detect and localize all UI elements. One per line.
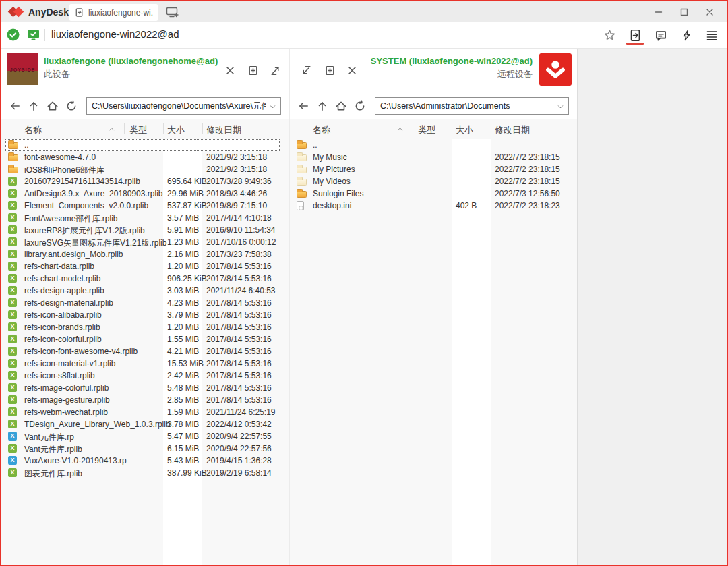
path-combobox[interactable]: C:\Users\Administrator\Documents (375, 97, 569, 115)
column-separator (452, 123, 452, 134)
table-row[interactable]: Vant元件库.rplib6.15 MiB2020/9/4 22:57:56 (5, 443, 280, 455)
column-header-type[interactable]: 类型 (129, 124, 147, 136)
table-row[interactable]: TDesign_Axure_Library_Web_1.0.3.rplib3.7… (5, 418, 280, 430)
back-icon[interactable] (8, 99, 22, 113)
column-header-name[interactable]: 名称 (313, 124, 330, 136)
table-row[interactable]: FontAwesome部件库.rplib3.57 MiB2017/4/14 4:… (5, 212, 280, 224)
table-row[interactable]: refs-design-apple.rplib3.03 MiB2021/11/2… (5, 285, 280, 297)
rplib-icon (8, 225, 17, 234)
table-row[interactable]: My Videos2022/7/2 23:18:15 (294, 175, 568, 188)
close-panel-icon[interactable] (346, 64, 358, 76)
table-row[interactable]: iOS8和iPhone6部件库2021/9/2 3:15:18 (5, 163, 280, 175)
column-header-date[interactable]: 修改日期 (495, 124, 530, 136)
file-name: refs-chart-model.rplib (24, 274, 100, 283)
table-row[interactable]: refs-webm-wechat.rplib1.59 MiB2021/11/24… (5, 406, 280, 418)
session-tab-label: liuxiaofengone-wi... (88, 8, 153, 18)
up-icon[interactable] (27, 99, 40, 113)
rplib-icon (8, 298, 17, 307)
table-row[interactable]: refs-image-colorful.rplib5.48 MiB2017/8/… (5, 382, 280, 394)
table-row[interactable]: Vant元件库.rp5.47 MiB2020/9/4 22:57:55 (5, 430, 280, 443)
file-date: 2017/8/14 5:53:16 (206, 335, 272, 344)
local-panel: JOYSIDE liuxiaofengone (liuxiaofengoneho… (1, 49, 289, 565)
table-row[interactable]: .. (5, 139, 280, 151)
file-name: refs-webm-wechat.rplib (24, 407, 108, 417)
table-row[interactable]: refs-icon-material-v1.rplib15.53 MiB2017… (5, 358, 280, 370)
table-row[interactable]: refs-icon-colorful.rplib1.55 MiB2017/8/1… (5, 333, 280, 345)
remote-nav-bar: C:\Users\Administrator\Documents (290, 91, 577, 119)
local-panel-header: JOYSIDE liuxiaofengone (liuxiaofengoneho… (1, 49, 289, 90)
back-icon[interactable] (297, 99, 310, 113)
table-row[interactable]: refs-design-material.rplib4.23 MiB2017/8… (5, 297, 280, 309)
file-name: Sunlogin Files (313, 189, 363, 198)
close-panel-icon[interactable] (224, 64, 236, 76)
path-text: C:\Users\Administrator\Documents (380, 101, 510, 111)
upload-arrow-icon[interactable] (269, 64, 281, 76)
table-row[interactable]: font-awesome-4.7.02021/9/2 3:15:18 (5, 151, 280, 163)
favorites-star-icon[interactable] (601, 26, 617, 46)
chat-icon[interactable] (653, 26, 669, 46)
new-folder-icon[interactable] (247, 64, 259, 76)
table-row[interactable]: laxureRP8扩展元件库V1.2版.rplib5.91 MiB2016/9/… (5, 224, 280, 236)
menu-hamburger-icon[interactable] (704, 26, 720, 46)
table-row[interactable]: My Music2022/7/2 23:18:15 (294, 151, 568, 163)
folder-faded-icon (297, 154, 307, 161)
column-separator (124, 123, 125, 134)
file-name: refs-design-apple.rplib (24, 286, 104, 295)
new-folder-icon[interactable] (324, 64, 336, 76)
file-date: 2017/8/14 5:53:16 (206, 347, 272, 356)
rplib-icon (8, 444, 17, 453)
table-row[interactable]: .. (294, 139, 568, 151)
column-header-type[interactable]: 类型 (418, 124, 435, 136)
home-icon[interactable] (334, 99, 348, 113)
table-row[interactable]: My Pictures2022/7/2 23:18:15 (294, 163, 568, 175)
table-row[interactable]: refs-icon-brands.rplib1.20 MiB2017/8/14 … (5, 321, 280, 333)
table-row[interactable]: refs-icon-s8flat.rplib2.42 MiB2017/8/14 … (5, 370, 280, 382)
column-header-size[interactable]: 大小 (167, 124, 185, 136)
download-arrow-icon[interactable] (300, 64, 312, 76)
session-tab[interactable]: liuxiaofengone-wi... (69, 4, 158, 21)
table-row[interactable]: refs-chart-data.rplib1.20 MiB2017/8/14 5… (5, 260, 280, 273)
maximize-button[interactable] (671, 1, 697, 22)
file-name: refs-image-colorful.rplib (24, 383, 109, 393)
table-row[interactable]: 2016072915471611343514.rplib695.64 KiB20… (5, 175, 280, 188)
local-rows: ..font-awesome-4.7.02021/9/2 3:15:18iOS8… (1, 139, 289, 479)
file-size: 2.16 MiB (167, 250, 199, 259)
path-combobox[interactable]: C:\Users\liuxiaofengone\Documents\Axure\… (86, 97, 281, 115)
table-row[interactable]: desktop.ini402 B2022/7/2 23:18:23 (294, 200, 568, 212)
remote-desktop-tab-icon[interactable] (27, 29, 40, 41)
up-icon[interactable] (315, 99, 329, 113)
column-header-size[interactable]: 大小 (456, 124, 473, 136)
home-icon[interactable] (46, 99, 59, 113)
chevron-down-icon (557, 103, 564, 111)
file-date: 2017/8/14 5:53:16 (206, 262, 272, 271)
table-row[interactable]: Element_Components_v2.0.0.rplib537.87 Ki… (5, 200, 280, 212)
folder-icon (297, 191, 307, 198)
table-row[interactable]: laxureSVG矢量图标元件库V1.21版.rplib1.23 MiB2017… (5, 236, 280, 248)
table-row[interactable]: VuxAxure-V1.0-20190413.rp5.43 MiB2019/4/… (5, 455, 280, 467)
file-date: 2018/9/3 4:46:26 (206, 189, 267, 198)
minimize-button[interactable] (646, 1, 671, 22)
new-session-icon[interactable] (166, 6, 179, 18)
file-date: 2022/7/2 23:18:15 (495, 152, 560, 162)
close-button[interactable] (697, 1, 723, 22)
table-row[interactable]: Sunlogin Files2022/7/3 12:56:50 (294, 188, 568, 200)
refresh-icon[interactable] (65, 99, 78, 113)
table-row[interactable]: refs-chart-model.rplib906.25 KiB2017/8/1… (5, 273, 280, 285)
table-row[interactable]: 图表元件库.rplib387.99 KiB2019/2/19 6:58:14 (5, 467, 280, 479)
column-separator (413, 123, 413, 134)
file-date: 2017/4/14 4:10:18 (206, 213, 272, 223)
file-name: Element_Components_v2.0.0.rplib (24, 201, 148, 210)
file-size: 3.57 MiB (167, 213, 199, 223)
table-row[interactable]: library.ant.design_Mob.rplib2.16 MiB2017… (5, 248, 280, 260)
refresh-icon[interactable] (353, 99, 367, 113)
table-row[interactable]: refs-icon-font-awesome-v4.rplib4.21 MiB2… (5, 345, 280, 358)
actions-lightning-icon[interactable] (678, 26, 694, 46)
file-transfer-icon[interactable] (627, 26, 643, 46)
column-header-name[interactable]: 名称 (24, 124, 42, 136)
table-row[interactable]: AntDesign3.9.x_Axure_20180903.rplib29.96… (5, 188, 280, 200)
table-row[interactable]: refs-image-gesture.rplib2.85 MiB2017/8/1… (5, 394, 280, 406)
rp-icon (8, 456, 17, 465)
table-row[interactable]: refs-icon-alibaba.rplib3.79 MiB2017/8/14… (5, 309, 280, 321)
file-date: 2019/8/9 7:15:10 (206, 201, 267, 210)
column-header-date[interactable]: 修改日期 (206, 124, 241, 136)
